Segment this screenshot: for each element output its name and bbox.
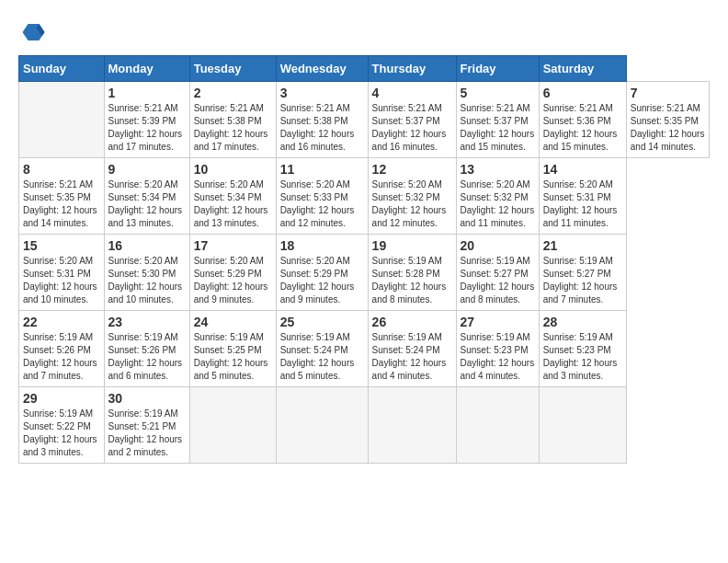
day-number: 24 [194, 315, 272, 329]
day-info: Sunrise: 5:19 AMSunset: 5:25 PMDaylight:… [194, 331, 272, 383]
day-info: Sunrise: 5:21 AMSunset: 5:37 PMDaylight:… [372, 102, 452, 154]
calendar-day-cell: 27Sunrise: 5:19 AMSunset: 5:23 PMDayligh… [456, 311, 539, 387]
day-number: 14 [543, 162, 622, 177]
day-number: 9 [108, 162, 186, 177]
calendar-day-cell: 11Sunrise: 5:20 AMSunset: 5:33 PMDayligh… [276, 158, 368, 235]
calendar-day-cell [456, 387, 539, 464]
day-info: Sunrise: 5:20 AMSunset: 5:31 PMDaylight:… [23, 255, 100, 306]
day-info: Sunrise: 5:20 AMSunset: 5:30 PMDaylight:… [108, 255, 186, 306]
day-number: 25 [280, 315, 364, 329]
day-number: 1 [108, 86, 186, 100]
day-number: 15 [23, 238, 100, 253]
calendar-day-cell [368, 387, 456, 464]
day-info: Sunrise: 5:19 AMSunset: 5:24 PMDaylight:… [280, 331, 364, 383]
day-info: Sunrise: 5:20 AMSunset: 5:31 PMDaylight:… [543, 178, 622, 230]
day-number: 18 [280, 238, 364, 253]
calendar-day-cell: 22Sunrise: 5:19 AMSunset: 5:26 PMDayligh… [19, 311, 105, 387]
calendar-day-cell: 20Sunrise: 5:19 AMSunset: 5:27 PMDayligh… [456, 235, 539, 311]
calendar-day-cell: 10Sunrise: 5:20 AMSunset: 5:34 PMDayligh… [189, 158, 276, 235]
calendar-day-cell [189, 387, 276, 464]
calendar-week-row: 29Sunrise: 5:19 AMSunset: 5:22 PMDayligh… [19, 387, 710, 464]
calendar-day-cell: 28Sunrise: 5:19 AMSunset: 5:23 PMDayligh… [539, 311, 626, 387]
day-info: Sunrise: 5:21 AMSunset: 5:36 PMDaylight:… [543, 102, 622, 154]
day-number: 4 [372, 86, 452, 100]
calendar-day-cell: 18Sunrise: 5:20 AMSunset: 5:29 PMDayligh… [276, 235, 368, 311]
calendar-day-cell: 30Sunrise: 5:19 AMSunset: 5:21 PMDayligh… [104, 387, 189, 464]
day-number: 3 [280, 86, 364, 100]
calendar-day-cell: 5Sunrise: 5:21 AMSunset: 5:37 PMDaylight… [456, 82, 539, 158]
day-info: Sunrise: 5:19 AMSunset: 5:28 PMDaylight:… [372, 255, 452, 306]
day-number: 7 [631, 86, 705, 100]
calendar-day-cell: 14Sunrise: 5:20 AMSunset: 5:31 PMDayligh… [539, 158, 626, 235]
day-info: Sunrise: 5:19 AMSunset: 5:23 PMDaylight:… [543, 331, 622, 383]
day-info: Sunrise: 5:20 AMSunset: 5:34 PMDaylight:… [194, 178, 272, 230]
calendar-day-cell: 4Sunrise: 5:21 AMSunset: 5:37 PMDaylight… [368, 82, 456, 158]
day-number: 6 [543, 86, 622, 100]
calendar-day-cell: 23Sunrise: 5:19 AMSunset: 5:26 PMDayligh… [104, 311, 189, 387]
day-info: Sunrise: 5:19 AMSunset: 5:24 PMDaylight:… [372, 331, 452, 383]
weekday-header-row: SundayMondayTuesdayWednesdayThursdayFrid… [19, 56, 710, 82]
day-info: Sunrise: 5:20 AMSunset: 5:33 PMDaylight:… [280, 178, 364, 230]
calendar-day-cell [276, 387, 368, 464]
calendar-day-cell: 13Sunrise: 5:20 AMSunset: 5:32 PMDayligh… [456, 158, 539, 235]
calendar-day-cell: 9Sunrise: 5:20 AMSunset: 5:34 PMDaylight… [104, 158, 189, 235]
day-info: Sunrise: 5:20 AMSunset: 5:32 PMDaylight:… [461, 178, 535, 230]
calendar-day-cell: 12Sunrise: 5:20 AMSunset: 5:32 PMDayligh… [368, 158, 456, 235]
weekday-header: Tuesday [189, 56, 276, 82]
day-info: Sunrise: 5:21 AMSunset: 5:39 PMDaylight:… [108, 102, 186, 154]
calendar-day-cell: 2Sunrise: 5:21 AMSunset: 5:38 PMDaylight… [189, 82, 276, 158]
day-number: 21 [543, 238, 622, 253]
day-number: 2 [194, 86, 272, 100]
day-info: Sunrise: 5:19 AMSunset: 5:27 PMDaylight:… [461, 255, 535, 306]
logo-icon [18, 18, 46, 46]
calendar-day-cell: 19Sunrise: 5:19 AMSunset: 5:28 PMDayligh… [368, 235, 456, 311]
calendar-day-cell: 21Sunrise: 5:19 AMSunset: 5:27 PMDayligh… [539, 235, 626, 311]
weekday-header: Sunday [19, 56, 105, 82]
calendar-day-cell: 1Sunrise: 5:21 AMSunset: 5:39 PMDaylight… [104, 82, 189, 158]
weekday-header: Friday [456, 56, 539, 82]
day-info: Sunrise: 5:20 AMSunset: 5:29 PMDaylight:… [194, 255, 272, 306]
calendar-day-cell: 8Sunrise: 5:21 AMSunset: 5:35 PMDaylight… [19, 158, 105, 235]
day-info: Sunrise: 5:19 AMSunset: 5:26 PMDaylight:… [108, 331, 186, 383]
day-number: 22 [23, 315, 100, 329]
calendar-day-cell: 24Sunrise: 5:19 AMSunset: 5:25 PMDayligh… [189, 311, 276, 387]
calendar-week-row: 22Sunrise: 5:19 AMSunset: 5:26 PMDayligh… [19, 311, 710, 387]
calendar-day-cell: 25Sunrise: 5:19 AMSunset: 5:24 PMDayligh… [276, 311, 368, 387]
day-info: Sunrise: 5:21 AMSunset: 5:38 PMDaylight:… [194, 102, 272, 154]
day-number: 23 [108, 315, 186, 329]
calendar-day-cell: 3Sunrise: 5:21 AMSunset: 5:38 PMDaylight… [276, 82, 368, 158]
calendar-day-cell: 29Sunrise: 5:19 AMSunset: 5:22 PMDayligh… [19, 387, 105, 464]
weekday-header: Wednesday [276, 56, 368, 82]
day-number: 19 [372, 238, 452, 253]
calendar-week-row: 1Sunrise: 5:21 AMSunset: 5:39 PMDaylight… [19, 82, 710, 158]
calendar-day-cell: 15Sunrise: 5:20 AMSunset: 5:31 PMDayligh… [19, 235, 105, 311]
day-info: Sunrise: 5:21 AMSunset: 5:35 PMDaylight:… [631, 102, 705, 154]
day-number: 30 [108, 391, 186, 406]
day-number: 28 [543, 315, 622, 329]
day-info: Sunrise: 5:19 AMSunset: 5:22 PMDaylight:… [23, 408, 100, 459]
day-info: Sunrise: 5:21 AMSunset: 5:37 PMDaylight:… [461, 102, 535, 154]
day-number: 20 [461, 238, 535, 253]
day-number: 16 [108, 238, 186, 253]
day-info: Sunrise: 5:19 AMSunset: 5:21 PMDaylight:… [108, 408, 186, 459]
day-number: 11 [280, 162, 364, 177]
day-number: 26 [372, 315, 452, 329]
calendar-day-cell: 26Sunrise: 5:19 AMSunset: 5:24 PMDayligh… [368, 311, 456, 387]
calendar-day-cell: 16Sunrise: 5:20 AMSunset: 5:30 PMDayligh… [104, 235, 189, 311]
day-number: 10 [194, 162, 272, 177]
weekday-header: Thursday [368, 56, 456, 82]
day-number: 8 [23, 162, 100, 177]
day-info: Sunrise: 5:21 AMSunset: 5:35 PMDaylight:… [23, 178, 100, 230]
calendar-day-cell [539, 387, 626, 464]
weekday-header: Monday [104, 56, 189, 82]
calendar-day-cell: 7Sunrise: 5:21 AMSunset: 5:35 PMDaylight… [626, 82, 709, 158]
day-info: Sunrise: 5:20 AMSunset: 5:34 PMDaylight:… [108, 178, 186, 230]
weekday-header: Saturday [539, 56, 626, 82]
logo [18, 18, 50, 46]
day-number: 13 [461, 162, 535, 177]
day-number: 17 [194, 238, 272, 253]
calendar-week-row: 15Sunrise: 5:20 AMSunset: 5:31 PMDayligh… [19, 235, 710, 311]
calendar-day-cell [19, 82, 105, 158]
day-info: Sunrise: 5:19 AMSunset: 5:26 PMDaylight:… [23, 331, 100, 383]
calendar-week-row: 8Sunrise: 5:21 AMSunset: 5:35 PMDaylight… [19, 158, 710, 235]
